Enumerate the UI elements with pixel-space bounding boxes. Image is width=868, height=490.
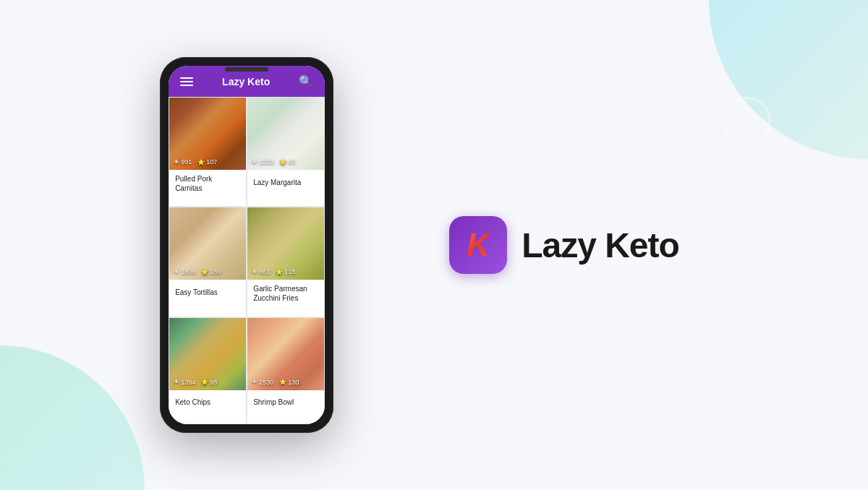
brand-section: K Lazy Keto — [449, 216, 679, 274]
star-count-1: 107 — [206, 158, 217, 166]
view-count-5: 1394 — [181, 379, 195, 386]
stars-stat-6: ⭐ 130 — [279, 379, 299, 386]
star-count-2: 60 — [288, 158, 295, 166]
phone-mockup: Lazy Keto 🔍 👁 991 — [160, 57, 333, 433]
hamburger-menu-icon[interactable] — [180, 77, 193, 86]
recipe-stats-5: 👁 1394 ⭐ 95 — [174, 379, 217, 386]
eye-icon-6: 👁 — [252, 379, 258, 385]
star-icon-3: ⭐ — [201, 269, 208, 275]
stars-stat-4: ⭐ 118 — [276, 268, 295, 275]
recipe-stats-4: 👁 861 ⭐ 118 — [252, 268, 295, 275]
recipe-card-5[interactable]: 👁 1394 ⭐ 95 Keto Chips — [169, 317, 247, 424]
star-icon-1: ⭐ — [197, 159, 205, 166]
recipe-card-2[interactable]: 👁 1323 ⭐ 60 Lazy Margarita — [247, 97, 325, 207]
page-container: Lazy Keto 🔍 👁 991 — [0, 0, 868, 490]
star-icon-4: ⭐ — [276, 269, 283, 275]
recipe-stats-2: 👁 1323 ⭐ 60 — [252, 158, 295, 166]
eye-icon-5: 👁 — [174, 379, 179, 385]
views-stat-1: 👁 991 — [174, 158, 192, 166]
stars-stat-5: ⭐ 95 — [201, 379, 217, 386]
recipe-card-6[interactable]: 👁 2530 ⭐ 130 Shrimp Bowl — [247, 317, 325, 424]
star-icon-5: ⭐ — [201, 379, 208, 385]
views-stat-3: 👁 1806 — [174, 268, 195, 275]
view-count-3: 1806 — [181, 268, 195, 275]
recipe-title-4: Garlic Parmesan Zucchini Fries — [247, 280, 324, 307]
recipe-image-4: 👁 861 ⭐ 118 — [247, 207, 324, 280]
recipe-card-1[interactable]: 👁 991 ⭐ 107 Pulled Pork Carnitas — [169, 97, 247, 207]
recipe-image-5: 👁 1394 ⭐ 95 — [169, 318, 246, 390]
stars-stat-2: ⭐ 60 — [279, 158, 295, 166]
star-icon-2: ⭐ — [279, 159, 286, 166]
views-stat-6: 👁 2530 — [252, 379, 273, 386]
views-stat-2: 👁 1323 — [252, 158, 273, 166]
logo-letter: K — [467, 229, 490, 261]
phone-screen: Lazy Keto 🔍 👁 991 — [169, 66, 325, 424]
eye-icon-3: 👁 — [174, 269, 179, 275]
star-count-4: 118 — [284, 268, 295, 275]
brand-name: Lazy Keto — [522, 225, 679, 265]
recipe-image-1: 👁 991 ⭐ 107 — [169, 98, 246, 170]
star-count-5: 95 — [210, 379, 217, 386]
recipe-stats-1: 👁 991 ⭐ 107 — [174, 158, 217, 166]
view-count-6: 2530 — [259, 379, 273, 386]
brand-logo-row: K Lazy Keto — [449, 216, 679, 274]
stars-stat-3: ⭐ 189 — [201, 268, 221, 275]
app-title: Lazy Keto — [222, 76, 270, 87]
star-icon-6: ⭐ — [279, 379, 286, 385]
phone-frame: Lazy Keto 🔍 👁 991 — [160, 57, 333, 433]
view-count-2: 1323 — [259, 158, 273, 166]
stars-stat-1: ⭐ 107 — [197, 158, 217, 166]
view-count-1: 991 — [181, 158, 192, 166]
recipe-title-2: Lazy Margarita — [247, 170, 324, 194]
brand-logo: K — [449, 216, 507, 274]
recipe-title-1: Pulled Pork Carnitas — [169, 170, 246, 197]
views-stat-4: 👁 861 — [252, 268, 270, 275]
recipe-title-6: Shrimp Bowl — [247, 390, 324, 415]
view-count-4: 861 — [259, 268, 270, 275]
recipe-image-2: 👁 1323 ⭐ 60 — [247, 98, 324, 170]
recipe-card-3[interactable]: 👁 1806 ⭐ 189 Easy Tortillas — [169, 207, 247, 317]
eye-icon-1: 👁 — [174, 159, 179, 166]
eye-icon-2: 👁 — [252, 159, 258, 166]
star-count-3: 189 — [210, 268, 221, 275]
views-stat-5: 👁 1394 — [174, 379, 195, 386]
recipe-grid: 👁 991 ⭐ 107 Pulled Pork Carnitas — [169, 97, 325, 424]
recipe-card-4[interactable]: 👁 861 ⭐ 118 Garlic Parmesan Zucchini Fri… — [247, 207, 325, 317]
recipe-stats-3: 👁 1806 ⭐ 189 — [174, 268, 221, 275]
eye-icon-4: 👁 — [252, 269, 258, 275]
recipe-image-3: 👁 1806 ⭐ 189 — [169, 207, 246, 280]
search-icon[interactable]: 🔍 — [299, 74, 313, 88]
recipe-title-3: Easy Tortillas — [169, 280, 246, 304]
recipe-image-6: 👁 2530 ⭐ 130 — [247, 318, 324, 390]
app-header: Lazy Keto 🔍 — [169, 66, 325, 97]
recipe-title-5: Keto Chips — [169, 390, 246, 415]
recipe-stats-6: 👁 2530 ⭐ 130 — [252, 379, 299, 386]
star-count-6: 130 — [288, 379, 299, 386]
